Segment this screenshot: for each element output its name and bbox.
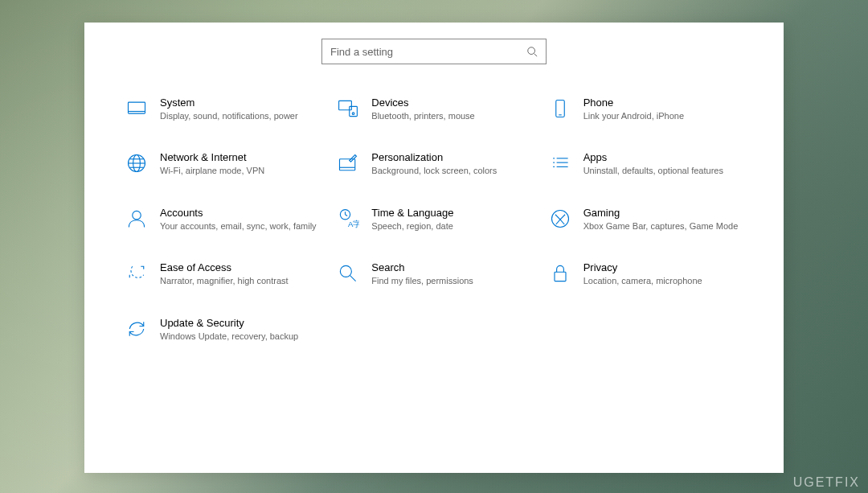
accounts-icon <box>125 207 149 231</box>
category-desc: Windows Update, recovery, backup <box>160 331 320 343</box>
category-desc: Narrator, magnifier, high contrast <box>160 275 320 287</box>
category-apps[interactable]: Apps Uninstall, defaults, optional featu… <box>548 151 743 177</box>
category-update[interactable]: Update & Security Windows Update, recove… <box>125 317 320 343</box>
category-accounts[interactable]: Accounts Your accounts, email, sync, wor… <box>125 207 320 232</box>
category-title: Privacy <box>583 261 743 273</box>
category-text: Network & Internet Wi-Fi, airplane mode,… <box>160 151 320 177</box>
category-text: System Display, sound, notifications, po… <box>160 97 320 122</box>
update-icon <box>125 317 149 341</box>
category-network[interactable]: Network & Internet Wi-Fi, airplane mode,… <box>125 151 320 177</box>
category-title: Accounts <box>160 207 320 219</box>
category-desc: Bluetooth, printers, mouse <box>371 110 531 122</box>
category-desc: Find my files, permissions <box>371 275 531 287</box>
svg-text:A字: A字 <box>348 219 359 228</box>
svg-rect-30 <box>555 272 566 281</box>
category-desc: Display, sound, notifications, power <box>160 110 320 122</box>
category-text: Time & Language Speech, region, date <box>371 207 531 232</box>
svg-rect-14 <box>340 159 355 170</box>
category-title: Personalization <box>371 151 531 163</box>
category-desc: Your accounts, email, sync, work, family <box>160 220 320 232</box>
category-text: Search Find my files, permissions <box>371 261 531 287</box>
category-text: Devices Bluetooth, printers, mouse <box>371 97 531 122</box>
category-title: Gaming <box>583 207 743 219</box>
category-ease-of-access[interactable]: Ease of Access Narrator, magnifier, high… <box>125 261 320 287</box>
category-title: Ease of Access <box>160 261 320 273</box>
watermark: UGETFIX <box>793 475 860 490</box>
category-text: Update & Security Windows Update, recove… <box>160 317 320 343</box>
category-title: Phone <box>583 97 743 109</box>
category-text: Ease of Access Narrator, magnifier, high… <box>160 261 320 287</box>
svg-point-28 <box>341 266 352 277</box>
svg-point-22 <box>133 211 141 220</box>
magnifier-icon <box>336 261 360 286</box>
category-desc: Speech, region, date <box>371 220 531 232</box>
category-text: Apps Uninstall, defaults, optional featu… <box>583 151 743 177</box>
category-privacy[interactable]: Privacy Location, camera, microphone <box>548 261 743 287</box>
category-system[interactable]: System Display, sound, notifications, po… <box>125 97 320 122</box>
category-desc: Xbox Game Bar, captures, Game Mode <box>583 220 743 232</box>
gaming-icon <box>548 207 572 231</box>
category-desc: Location, camera, microphone <box>583 275 743 287</box>
category-title: System <box>160 97 320 109</box>
svg-line-25 <box>346 215 348 216</box>
category-title: Network & Internet <box>160 151 320 163</box>
category-personalization[interactable]: Personalization Background, lock screen,… <box>336 151 531 177</box>
category-title: Update & Security <box>160 317 320 329</box>
category-time[interactable]: A字 Time & Language Speech, region, date <box>336 207 531 232</box>
category-desc: Uninstall, defaults, optional features <box>583 165 743 177</box>
category-phone[interactable]: Phone Link your Android, iPhone <box>548 97 743 122</box>
svg-line-29 <box>350 276 356 281</box>
category-text: Personalization Background, lock screen,… <box>371 151 531 177</box>
svg-point-0 <box>528 47 535 55</box>
category-devices[interactable]: Devices Bluetooth, printers, mouse <box>336 97 531 122</box>
settings-window: System Display, sound, notifications, po… <box>84 23 784 473</box>
svg-point-27 <box>551 210 568 227</box>
lock-icon <box>548 261 572 286</box>
category-desc: Link your Android, iPhone <box>583 110 743 122</box>
category-text: Accounts Your accounts, email, sync, wor… <box>160 207 320 232</box>
svg-point-6 <box>353 113 355 115</box>
category-text: Gaming Xbox Game Bar, captures, Game Mod… <box>583 207 743 232</box>
category-title: Search <box>371 261 531 273</box>
search-icon <box>526 46 538 57</box>
search-container <box>117 39 751 64</box>
category-gaming[interactable]: Gaming Xbox Game Bar, captures, Game Mod… <box>548 207 743 232</box>
category-desc: Background, lock screen, colors <box>371 165 531 177</box>
devices-icon <box>336 97 360 121</box>
search-input[interactable] <box>330 46 526 58</box>
category-desc: Wi-Fi, airplane mode, VPN <box>160 165 320 177</box>
personalization-icon <box>336 151 360 175</box>
category-title: Time & Language <box>371 207 531 219</box>
category-text: Phone Link your Android, iPhone <box>583 97 743 122</box>
time-language-icon: A字 <box>336 207 360 231</box>
category-title: Devices <box>371 97 531 109</box>
category-title: Apps <box>583 151 743 163</box>
category-text: Privacy Location, camera, microphone <box>583 261 743 287</box>
phone-icon <box>548 97 572 121</box>
category-search[interactable]: Search Find my files, permissions <box>336 261 531 287</box>
system-icon <box>125 97 149 121</box>
svg-line-1 <box>534 54 538 57</box>
ease-of-access-icon <box>125 261 149 286</box>
search-box[interactable] <box>321 39 547 64</box>
globe-icon <box>125 151 149 175</box>
settings-grid: System Display, sound, notifications, po… <box>117 97 751 343</box>
apps-icon <box>548 151 572 175</box>
